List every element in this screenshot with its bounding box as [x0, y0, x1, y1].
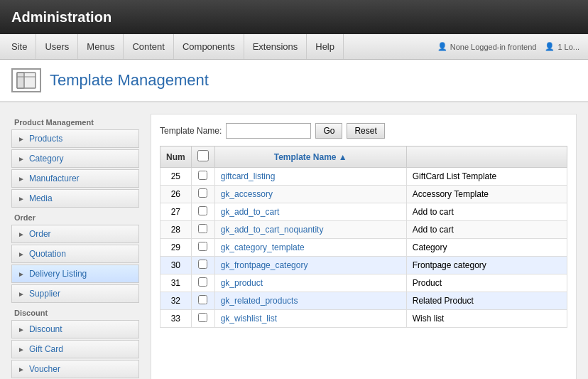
sidebar-item-manufacturer[interactable]: ► Manufacturer: [11, 169, 139, 188]
cell-description: GiftCard List Template: [406, 168, 567, 186]
sidebar-label-quotation: Quotation: [29, 249, 66, 259]
sidebar-item-discount[interactable]: ► Discount: [11, 320, 139, 338]
template-name-link[interactable]: gk_related_products: [221, 296, 298, 306]
template-name-link[interactable]: gk_add_to_cart: [221, 207, 280, 217]
sidebar-label-gift-card: Gift Card: [29, 344, 63, 354]
row-checkbox[interactable]: [198, 206, 207, 215]
cell-num: 28: [160, 221, 192, 239]
table-row: 33 gk_wishlist_list Wish list: [160, 310, 567, 328]
cell-template-name: gk_wishlist_list: [214, 310, 406, 328]
sidebar-label-delivery-listing: Delivery Listing: [29, 269, 87, 279]
nav-menus[interactable]: Menus: [78, 34, 124, 59]
sidebar-label-media: Media: [29, 193, 53, 203]
template-name-link[interactable]: gk_product: [221, 278, 263, 288]
cell-template-name: gk_related_products: [214, 292, 406, 310]
cell-num: 32: [160, 292, 192, 310]
cell-template-name: gk_product: [214, 274, 406, 292]
cell-num: 25: [160, 168, 192, 186]
row-checkbox[interactable]: [198, 295, 207, 304]
sidebar-label-discount: Discount: [29, 324, 62, 334]
sidebar-item-products[interactable]: ► Products: [11, 129, 139, 148]
template-name-link[interactable]: gk_frontpage_category: [221, 260, 308, 270]
sidebar-label-products: Products: [29, 134, 62, 144]
reset-button[interactable]: Reset: [347, 123, 384, 139]
content-panel: Template Name: Go Reset Num Template Nam…: [151, 114, 577, 379]
template-name-link[interactable]: gk_category_template: [221, 242, 305, 252]
logged-in-count: 👤 1 Lo...: [545, 42, 579, 51]
table-row: 32 gk_related_products Related Product: [160, 292, 567, 310]
template-name-link[interactable]: giftcard_listing: [221, 171, 276, 181]
table-row: 28 gk_add_to_cart_noquantity Add to cart: [160, 221, 567, 239]
row-checkbox[interactable]: [198, 242, 207, 251]
sidebar-item-supplier[interactable]: ► Supplier: [11, 284, 139, 303]
template-name-input[interactable]: [226, 123, 311, 139]
arrow-icon: ►: [18, 270, 25, 278]
col-template-name[interactable]: Template Name ▲: [214, 146, 406, 168]
table-row: 27 gk_add_to_cart Add to cart: [160, 203, 567, 221]
cell-check: [191, 310, 214, 328]
arrow-icon: ►: [18, 290, 25, 298]
cell-check: [191, 257, 214, 274]
logged-in-icon: 👤: [545, 42, 555, 51]
col-description: [406, 146, 567, 168]
sidebar-item-category[interactable]: ► Category: [11, 149, 139, 168]
sidebar-item-order[interactable]: ► Order: [11, 225, 139, 243]
page-header: Template Management: [0, 60, 588, 102]
cell-check: [191, 186, 214, 203]
nav-content[interactable]: Content: [124, 34, 174, 59]
nav-extensions[interactable]: Extensions: [244, 34, 307, 59]
arrow-icon: ►: [18, 326, 25, 333]
nav-components[interactable]: Components: [174, 34, 244, 59]
nav-site[interactable]: Site: [3, 34, 36, 59]
nav-right: 👤 None Logged-in frontend 👤 1 Lo...: [432, 34, 585, 59]
row-checkbox[interactable]: [198, 171, 207, 180]
select-all-checkbox[interactable]: [197, 150, 209, 161]
sidebar-item-quotation[interactable]: ► Quotation: [11, 245, 139, 263]
cell-num: 26: [160, 186, 192, 203]
sidebar-item-delivery-listing[interactable]: ► Delivery Listing: [11, 265, 139, 283]
cell-description: Frontpage category: [406, 257, 567, 274]
table-row: 26 gk_accessory Accessory Template: [160, 186, 567, 203]
cell-description: Accessory Template: [406, 186, 567, 203]
template-name-link[interactable]: gk_accessory: [221, 189, 273, 199]
sidebar: Product Management ► Products ► Category…: [11, 114, 139, 379]
cell-description: Product: [406, 274, 567, 292]
sidebar-label-manufacturer: Manufacturer: [29, 174, 80, 183]
page-title: Template Management: [50, 71, 209, 90]
cell-template-name: giftcard_listing: [214, 168, 406, 186]
template-name-link[interactable]: gk_wishlist_list: [221, 314, 277, 324]
nav-users[interactable]: Users: [36, 34, 78, 59]
cell-description: Category: [406, 239, 567, 257]
sidebar-item-gift-card[interactable]: ► Gift Card: [11, 340, 139, 358]
cell-template-name: gk_category_template: [214, 239, 406, 257]
cell-check: [191, 274, 214, 292]
arrow-icon: ►: [18, 346, 25, 353]
cell-template-name: gk_add_to_cart_noquantity: [214, 221, 406, 239]
cell-check: [191, 292, 214, 310]
row-checkbox[interactable]: [198, 224, 207, 233]
sidebar-label-order: Order: [29, 229, 51, 239]
table-row: 29 gk_category_template Category: [160, 239, 567, 257]
row-checkbox[interactable]: [198, 277, 207, 287]
arrow-icon: ►: [18, 250, 25, 258]
table-row: 25 giftcard_listing GiftCard List Templa…: [160, 168, 567, 186]
sidebar-item-media[interactable]: ► Media: [11, 189, 139, 208]
cell-description: Add to cart: [406, 221, 567, 239]
page-header-icon: [11, 68, 41, 92]
cell-num: 33: [160, 310, 192, 328]
frontend-user-label: None Logged-in frontend: [450, 43, 537, 51]
cell-template-name: gk_accessory: [214, 186, 406, 203]
arrow-icon: ►: [18, 135, 25, 143]
nav-help[interactable]: Help: [307, 34, 344, 59]
admin-header: Administration: [0, 0, 588, 34]
template-name-link[interactable]: gk_add_to_cart_noquantity: [221, 225, 324, 235]
sidebar-item-voucher[interactable]: ► Voucher: [11, 360, 139, 378]
template-table: Num Template Name ▲ 25 giftcard_listing …: [160, 146, 567, 328]
row-checkbox[interactable]: [198, 313, 207, 322]
row-checkbox[interactable]: [198, 188, 207, 198]
sidebar-label-voucher: Voucher: [29, 364, 60, 374]
cell-num: 27: [160, 203, 192, 221]
go-button[interactable]: Go: [315, 123, 342, 139]
row-checkbox[interactable]: [198, 260, 207, 269]
template-icon: [16, 72, 36, 89]
